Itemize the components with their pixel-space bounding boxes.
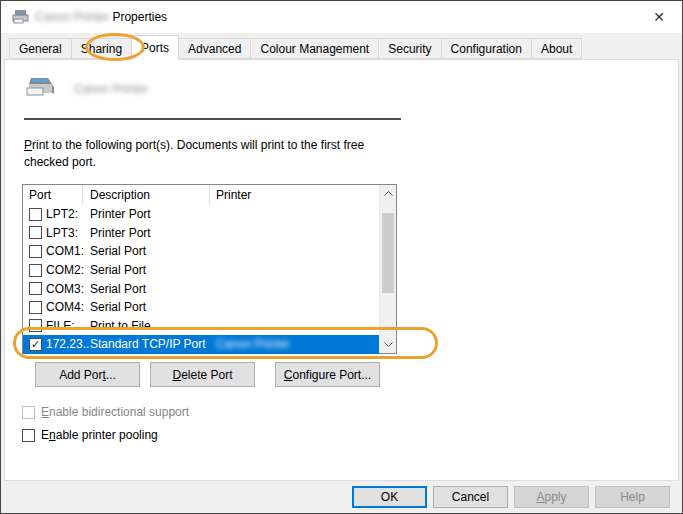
port-name: COM2: — [46, 263, 90, 277]
column-header-description[interactable]: Description — [83, 185, 210, 205]
delete-port-button[interactable]: Delete Port — [150, 362, 255, 387]
port-name: FILE: — [46, 319, 90, 333]
redacted-printer-name: Canon Printer — [35, 10, 109, 24]
close-button[interactable]: ✕ — [644, 5, 674, 29]
tab-general[interactable]: General — [9, 38, 72, 59]
vertical-scrollbar[interactable] — [379, 185, 396, 353]
dialog-footer: OK Cancel Apply Help — [1, 481, 682, 513]
printer-pooling-option[interactable]: Enable printer pooling — [22, 428, 158, 442]
ports-list-body: LPT2: Printer Port LPT3: Printer Port CO… — [23, 205, 380, 354]
port-printer: Canon Printer — [216, 337, 380, 351]
port-checkbox[interactable] — [29, 338, 42, 351]
port-checkbox[interactable] — [29, 226, 42, 239]
printer-icon — [24, 75, 56, 105]
chevron-down-icon — [384, 342, 393, 347]
port-name: LPT2: — [46, 207, 90, 221]
port-row[interactable]: LPT2: Printer Port — [23, 205, 380, 224]
port-row[interactable]: COM2: Serial Port — [23, 261, 380, 280]
tab-colour-management[interactable]: Colour Management — [250, 38, 379, 59]
bidirectional-support-checkbox — [22, 406, 35, 419]
scrollbar-thumb[interactable] — [382, 213, 394, 293]
port-checkbox[interactable] — [29, 319, 42, 332]
ports-intro-text: Print to the following port(s). Document… — [24, 137, 364, 171]
port-checkbox[interactable] — [29, 282, 42, 295]
scroll-down-button[interactable] — [380, 336, 396, 353]
port-name: COM3: — [46, 282, 90, 296]
port-description: Serial Port — [90, 244, 216, 258]
printer-pooling-label: Enable printer pooling — [41, 428, 158, 442]
port-checkbox[interactable] — [29, 245, 42, 258]
printer-icon — [12, 9, 29, 25]
printer-pooling-checkbox[interactable] — [22, 429, 35, 442]
apply-button[interactable]: Apply — [514, 486, 589, 508]
tab-advanced[interactable]: Advanced — [178, 38, 251, 59]
bidirectional-support-label: Enable bidirectional support — [41, 405, 189, 419]
column-header-port[interactable]: Port — [23, 185, 83, 205]
chevron-up-icon — [384, 191, 393, 196]
tab-security[interactable]: Security — [378, 38, 441, 59]
port-name: COM1: — [46, 244, 90, 258]
port-checkbox[interactable] — [29, 301, 42, 314]
tab-about[interactable]: About — [531, 38, 582, 59]
port-row[interactable]: COM1: Serial Port — [23, 242, 380, 261]
ok-button[interactable]: OK — [352, 486, 427, 508]
tab-configuration[interactable]: Configuration — [441, 38, 532, 59]
ports-list: Port Description Printer LPT2: Printer P… — [22, 184, 397, 354]
redacted-printer-name: Canon Printer — [74, 82, 148, 96]
cancel-button[interactable]: Cancel — [433, 486, 508, 508]
port-description: Print to File — [90, 319, 216, 333]
scroll-up-button[interactable] — [380, 185, 396, 202]
add-port-button[interactable]: Add Port... — [35, 362, 140, 387]
window-title: Canon Printer Properties — [35, 10, 167, 24]
bidirectional-support-option: Enable bidirectional support — [22, 405, 189, 419]
tab-strip: General Sharing Ports Advanced Colour Ma… — [9, 38, 581, 60]
port-row[interactable]: FILE: Print to File — [23, 317, 380, 336]
port-checkbox[interactable] — [29, 264, 42, 277]
port-description: Printer Port — [90, 207, 216, 221]
tab-ports[interactable]: Ports — [131, 35, 179, 60]
port-name: LPT3: — [46, 226, 90, 240]
column-header-printer[interactable]: Printer — [210, 185, 380, 205]
configure-port-button[interactable]: Configure Port... — [275, 362, 380, 387]
tab-sharing[interactable]: Sharing — [71, 38, 132, 59]
port-description: Printer Port — [90, 226, 216, 240]
section-divider — [24, 118, 401, 120]
port-description: Serial Port — [90, 263, 216, 277]
title-bar: Canon Printer Properties ✕ — [1, 1, 682, 33]
port-name: COM4: — [46, 300, 90, 314]
ports-tab-page: Canon Printer Print to the following por… — [4, 59, 679, 481]
port-row[interactable]: COM3: Serial Port — [23, 279, 380, 298]
port-description: Serial Port — [90, 300, 216, 314]
printer-properties-dialog: Canon Printer Properties ✕ General Shari… — [0, 0, 683, 514]
ports-list-header: Port Description Printer — [23, 185, 380, 205]
port-name: 172.23... — [46, 337, 90, 351]
port-description: Standard TCP/IP Port — [90, 337, 216, 351]
help-button[interactable]: Help — [595, 486, 670, 508]
port-row[interactable]: LPT3: Printer Port — [23, 224, 380, 243]
port-checkbox[interactable] — [29, 208, 42, 221]
port-row[interactable]: COM4: Serial Port — [23, 298, 380, 317]
port-description: Serial Port — [90, 282, 216, 296]
port-row[interactable]: 172.23... Standard TCP/IP Port Canon Pri… — [23, 335, 380, 354]
